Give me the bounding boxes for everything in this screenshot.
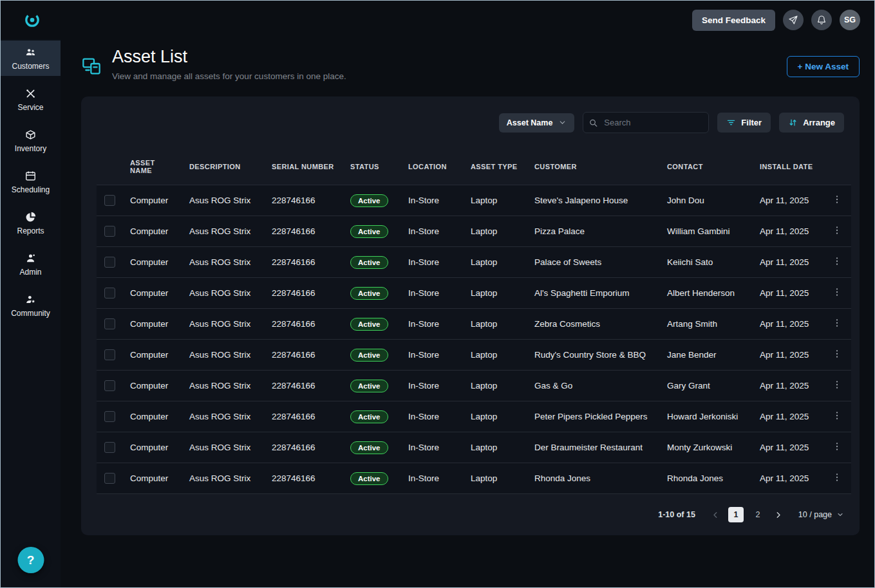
share-send-icon[interactable] xyxy=(783,10,804,30)
contact-cell: Gary Grant xyxy=(662,371,755,401)
table-row: Computer Asus ROG Strix 228746166 Active… xyxy=(97,463,851,494)
customer-cell: Pizza Palace xyxy=(529,216,662,247)
row-menu-kebab-icon[interactable] xyxy=(832,441,842,452)
row-menu-kebab-icon[interactable] xyxy=(832,349,842,359)
row-checkbox[interactable] xyxy=(104,380,115,391)
status-badge: Active xyxy=(350,380,388,392)
status-badge: Active xyxy=(350,256,388,269)
column-header-actions xyxy=(823,150,851,185)
contact-cell: Albert Henderson xyxy=(662,278,755,309)
row-checkbox[interactable] xyxy=(104,288,115,299)
row-menu-kebab-icon[interactable] xyxy=(832,225,842,235)
asset-list-devices-icon xyxy=(81,56,102,77)
status-badge: Active xyxy=(350,318,388,331)
sidebar-item-service[interactable]: Service xyxy=(1,82,61,117)
description-cell: Asus ROG Strix xyxy=(184,278,267,309)
serial-number-cell: 228746166 xyxy=(267,401,345,432)
sidebar-item-reports[interactable]: Reports xyxy=(1,205,61,241)
sidebar-item-label: Customers xyxy=(12,62,49,71)
asset-list-card: Asset Name xyxy=(81,96,860,535)
contact-cell: John Dou xyxy=(662,185,755,216)
service-tools-icon xyxy=(24,87,37,100)
search-input[interactable] xyxy=(583,112,709,133)
serial-number-cell: 228746166 xyxy=(267,247,345,278)
serial-number-cell: 228746166 xyxy=(267,309,345,340)
page-size-select[interactable]: 10 / page xyxy=(798,510,844,519)
sidebar-item-inventory[interactable]: Inventory xyxy=(1,123,61,158)
notifications-bell-icon[interactable] xyxy=(811,10,832,30)
asset-type-cell: Laptop xyxy=(466,278,529,309)
asset-type-cell: Laptop xyxy=(466,247,529,278)
row-checkbox[interactable] xyxy=(104,473,115,484)
sidebar-item-scheduling[interactable]: Scheduling xyxy=(1,164,61,199)
location-cell: In-Store xyxy=(403,432,466,463)
page-title: Asset List xyxy=(112,47,346,67)
table-toolbar: Asset Name xyxy=(97,112,844,133)
column-header-install-date: INSTALL DATE xyxy=(755,150,823,185)
description-cell: Asus ROG Strix xyxy=(184,216,267,247)
row-menu-kebab-icon[interactable] xyxy=(832,256,842,266)
table-header: ASSET NAME DESCRIPTION SERIAL NUMBER STA… xyxy=(97,150,851,185)
help-button[interactable]: ? xyxy=(17,547,44,573)
previous-page-chevron-icon[interactable] xyxy=(710,509,722,521)
contact-cell: Howard Jerkoniski xyxy=(662,401,755,432)
reports-pie-chart-icon xyxy=(24,211,37,223)
pagination: 1-10 of 15 1 2 10 / page xyxy=(97,507,844,522)
install-date-cell: Apr 11, 2025 xyxy=(755,216,823,247)
arrange-button[interactable]: Arrange xyxy=(779,113,844,133)
row-checkbox[interactable] xyxy=(104,318,115,329)
send-feedback-button[interactable]: Send Feedback xyxy=(692,10,775,31)
row-menu-kebab-icon[interactable] xyxy=(832,318,842,328)
description-cell: Asus ROG Strix xyxy=(184,371,267,401)
pagination-range: 1-10 of 15 xyxy=(658,510,695,519)
status-badge: Active xyxy=(350,410,388,423)
next-page-chevron-icon[interactable] xyxy=(772,509,784,521)
description-cell: Asus ROG Strix xyxy=(184,340,267,371)
user-avatar[interactable]: SG xyxy=(840,10,860,30)
sort-field-select[interactable]: Asset Name xyxy=(499,113,575,133)
row-checkbox[interactable] xyxy=(104,195,115,206)
customer-cell: Rudy's Country Store & BBQ xyxy=(529,340,662,371)
description-cell: Asus ROG Strix xyxy=(184,185,267,216)
page-number-1[interactable]: 1 xyxy=(728,507,744,522)
new-asset-button[interactable]: + New Asset xyxy=(787,56,860,77)
table-row: Computer Asus ROG Strix 228746166 Active… xyxy=(97,278,851,309)
asset-table-body: Computer Asus ROG Strix 228746166 Active… xyxy=(97,185,851,494)
asset-name-cell: Computer xyxy=(125,247,184,278)
row-menu-kebab-icon[interactable] xyxy=(832,472,842,482)
row-checkbox[interactable] xyxy=(104,411,115,422)
asset-name-cell: Computer xyxy=(125,340,184,371)
sidebar-item-admin[interactable]: Admin xyxy=(1,246,61,282)
app-logo-icon[interactable] xyxy=(24,12,41,28)
row-checkbox[interactable] xyxy=(104,442,115,453)
install-date-cell: Apr 11, 2025 xyxy=(755,432,823,463)
row-checkbox[interactable] xyxy=(104,349,115,360)
install-date-cell: Apr 11, 2025 xyxy=(755,340,823,371)
description-cell: Asus ROG Strix xyxy=(184,463,267,494)
row-checkbox[interactable] xyxy=(104,257,115,268)
asset-type-cell: Laptop xyxy=(466,371,529,401)
asset-type-cell: Laptop xyxy=(466,432,529,463)
sidebar-item-community[interactable]: Community xyxy=(1,288,61,323)
asset-type-cell: Laptop xyxy=(466,309,529,340)
description-cell: Asus ROG Strix xyxy=(184,247,267,278)
sidebar-item-customers[interactable]: Customers xyxy=(1,41,61,76)
page-number-2[interactable]: 2 xyxy=(750,507,766,522)
row-menu-kebab-icon[interactable] xyxy=(832,194,842,205)
asset-type-cell: Laptop xyxy=(466,185,529,216)
contact-cell: William Gambini xyxy=(662,216,755,247)
sidebar: Customers Service Inventory Scheduling xyxy=(1,39,61,587)
row-menu-kebab-icon[interactable] xyxy=(832,380,842,390)
customer-cell: Rhonda Jones xyxy=(529,463,662,494)
search-icon xyxy=(588,118,598,127)
column-header-description: DESCRIPTION xyxy=(184,150,267,185)
filter-button[interactable]: Filter xyxy=(717,113,771,133)
column-header-status: STATUS xyxy=(345,150,403,185)
customer-cell: Steve's Jalapeno House xyxy=(529,185,662,216)
row-menu-kebab-icon[interactable] xyxy=(832,410,842,421)
location-cell: In-Store xyxy=(403,247,466,278)
row-menu-kebab-icon[interactable] xyxy=(832,287,842,297)
row-checkbox[interactable] xyxy=(104,226,115,237)
serial-number-cell: 228746166 xyxy=(267,216,345,247)
community-icon xyxy=(24,293,37,306)
